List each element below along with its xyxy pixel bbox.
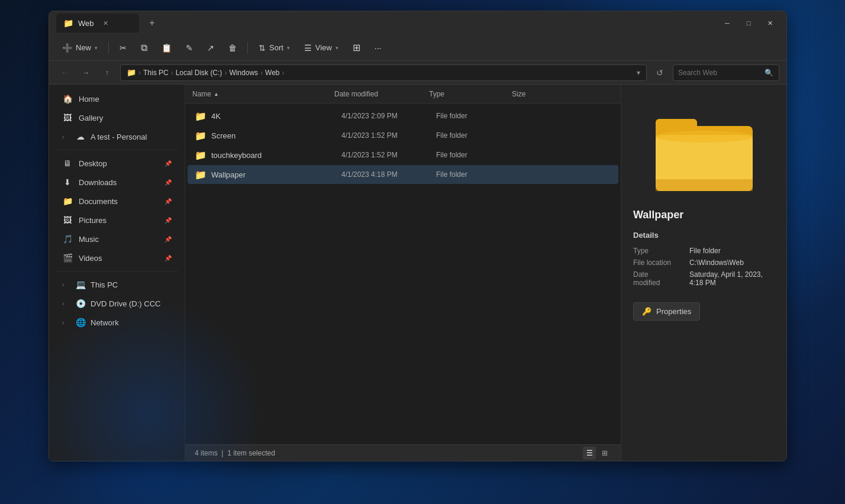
detail-label-date: Date modified	[633, 270, 689, 287]
details-button[interactable]: ⊞	[347, 38, 366, 57]
documents-icon: 📁	[62, 196, 73, 206]
sidebar-item-desktop[interactable]: 🖥 Desktop 📌	[53, 154, 181, 172]
file-name: Wallpaper	[211, 170, 341, 179]
col-header-size[interactable]: Size	[512, 90, 571, 98]
file-list: 📁 4K 4/1/2023 2:09 PM File folder 📁 Scre…	[185, 104, 621, 444]
share-button[interactable]: ↗	[201, 38, 220, 57]
rename-button[interactable]: ✎	[180, 38, 199, 57]
sidebar-divider-2	[56, 271, 178, 272]
tiles-view-button[interactable]: ⊞	[598, 447, 611, 460]
minimize-button[interactable]: ─	[718, 15, 737, 31]
view-button[interactable]: ☰ View ▾	[298, 38, 344, 57]
sidebar-item-a-test[interactable]: › ☁ A test - Personal	[53, 128, 181, 146]
sidebar-item-gallery[interactable]: 🖼 Gallery	[53, 109, 181, 127]
sidebar-item-videos[interactable]: 🎬 Videos 📌	[53, 249, 181, 267]
search-input[interactable]	[678, 69, 761, 77]
detail-label-type: Type	[633, 247, 689, 255]
back-button[interactable]: ←	[56, 64, 73, 81]
folder-icon: 📁	[195, 130, 207, 141]
paste-button[interactable]: 📋	[156, 38, 178, 57]
toolbar-separator-1	[108, 42, 109, 54]
cloud-icon: ☁	[75, 132, 86, 141]
title-bar: 📁 Web ✕ + ─ □ ✕	[49, 11, 786, 35]
sidebar-item-documents[interactable]: 📁 Documents 📌	[53, 192, 181, 210]
paste-icon: 📋	[162, 43, 172, 53]
folder-icon: 📁	[195, 150, 207, 161]
properties-button[interactable]: 🔑 Properties	[633, 302, 700, 321]
sidebar-item-music[interactable]: 🎵 Music 📌	[53, 230, 181, 248]
folder-icon: 📁	[195, 111, 207, 122]
copy-button[interactable]: ⧉	[135, 38, 153, 57]
refresh-button[interactable]: ↺	[652, 64, 668, 81]
delete-icon: 🗑	[228, 43, 237, 53]
col-date-label: Date modified	[334, 90, 378, 98]
detail-row-date: Date modified Saturday, April 1, 2023, 4…	[633, 270, 775, 287]
col-header-name[interactable]: Name ▲	[192, 90, 334, 98]
new-tab-button[interactable]: +	[144, 15, 160, 31]
preview-folder-icon	[651, 102, 757, 197]
expand-this-pc-icon: ›	[62, 282, 70, 288]
tab-close-button[interactable]: ✕	[101, 18, 111, 28]
sidebar-item-this-pc[interactable]: › 💻 This PC	[53, 276, 181, 293]
folder-icon: 📁	[195, 169, 207, 180]
dvd-icon: 💿	[75, 299, 86, 308]
pin-icon-mus: 📌	[165, 236, 172, 243]
col-type-label: Type	[429, 90, 444, 98]
path-local-disk[interactable]: Local Disk (C:)	[176, 69, 222, 77]
cut-button[interactable]: ✂	[114, 38, 133, 57]
table-row[interactable]: 📁 4K 4/1/2023 2:09 PM File folder	[188, 106, 618, 125]
details-view-button[interactable]: ☰	[583, 447, 596, 460]
svg-rect-3	[656, 179, 753, 191]
path-windows[interactable]: Windows	[229, 69, 258, 77]
forward-button[interactable]: →	[78, 64, 94, 81]
file-type: File folder	[436, 151, 519, 159]
path-dropdown-icon[interactable]: ▾	[637, 69, 640, 77]
pin-icon-dl: 📌	[165, 179, 172, 186]
sidebar-label-videos: Videos	[79, 254, 102, 263]
videos-icon: 🎬	[62, 253, 73, 263]
sidebar-item-home[interactable]: 🏠 Home	[53, 90, 181, 108]
up-button[interactable]: ↑	[99, 64, 115, 81]
toolbar-separator-2	[247, 42, 248, 54]
col-header-type[interactable]: Type	[429, 90, 512, 98]
delete-button[interactable]: 🗑	[222, 38, 243, 57]
table-row[interactable]: 📁 Wallpaper 4/1/2023 4:18 PM File folder	[188, 165, 618, 184]
window-controls: ─ □ ✕	[718, 15, 779, 31]
sidebar-label-dvd: DVD Drive (D:) CCC	[91, 299, 160, 308]
file-name: Screen	[211, 131, 341, 140]
path-web[interactable]: Web	[265, 69, 279, 77]
sidebar-label-desktop: Desktop	[79, 159, 107, 168]
address-path[interactable]: 📁 › This PC › Local Disk (C:) › Windows …	[120, 64, 647, 81]
table-row[interactable]: 📁 touchkeyboard 4/1/2023 1:52 PM File fo…	[188, 146, 618, 164]
close-button[interactable]: ✕	[760, 15, 779, 31]
copy-icon: ⧉	[141, 43, 147, 53]
sidebar-label-this-pc: This PC	[91, 280, 118, 289]
sort-button[interactable]: ⇅ Sort ▾	[253, 38, 296, 57]
path-this-pc[interactable]: This PC	[143, 69, 169, 77]
new-button[interactable]: ➕ New ▾	[56, 38, 104, 57]
sidebar-item-network[interactable]: › 🌐 Network	[53, 314, 181, 331]
sidebar: 🏠 Home 🖼 Gallery › ☁ A test - Personal 🖥…	[49, 85, 185, 461]
cut-icon: ✂	[120, 43, 127, 53]
file-type: File folder	[436, 131, 519, 140]
active-tab[interactable]: 📁 Web ✕	[56, 14, 139, 33]
selected-count: 1 item selected	[227, 449, 275, 457]
table-row[interactable]: 📁 Screen 4/1/2023 1:52 PM File folder	[188, 126, 618, 145]
detail-value-date: Saturday, April 1, 2023, 4:18 PM	[689, 270, 775, 287]
more-button[interactable]: ···	[369, 38, 388, 57]
details-icon: ⊞	[353, 42, 360, 53]
col-header-date[interactable]: Date modified	[334, 90, 429, 98]
detail-row-location: File location C:\Windows\Web	[633, 259, 775, 267]
expand-icon: ›	[62, 134, 70, 140]
sidebar-item-pictures[interactable]: 🖼 Pictures 📌	[53, 211, 181, 229]
detail-value-location: C:\Windows\Web	[689, 259, 775, 267]
sidebar-item-dvd[interactable]: › 💿 DVD Drive (D:) CCC	[53, 295, 181, 312]
maximize-button[interactable]: □	[739, 15, 758, 31]
file-name: 4K	[211, 112, 341, 121]
properties-label: Properties	[656, 307, 691, 316]
home-icon: 🏠	[62, 94, 73, 104]
share-icon: ↗	[207, 43, 214, 53]
sidebar-divider-1	[56, 150, 178, 150]
search-box[interactable]: 🔍	[673, 64, 779, 81]
sidebar-item-downloads[interactable]: ⬇ Downloads 📌	[53, 173, 181, 191]
